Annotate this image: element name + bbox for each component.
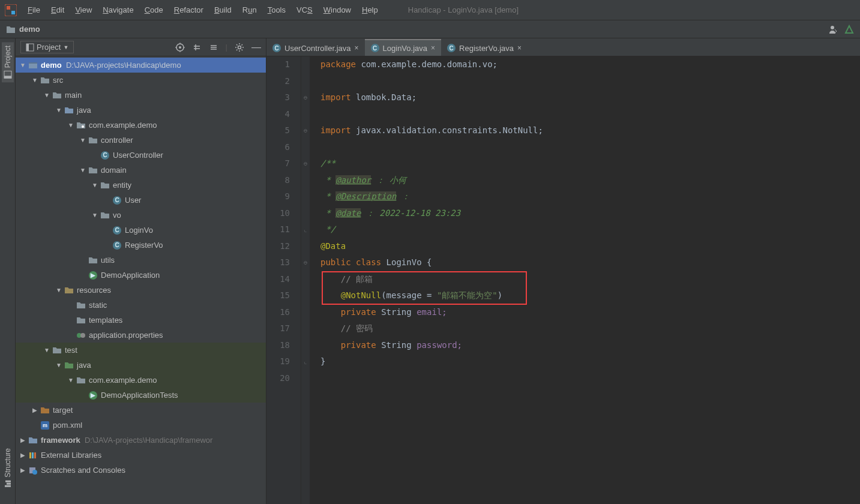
tree-target[interactable]: ▶target [16, 403, 266, 418]
tree-registervo[interactable]: CRegisterVo [16, 238, 266, 253]
menu-window[interactable]: Window [319, 3, 356, 17]
menu-view[interactable]: View [70, 3, 97, 17]
tree-appprops[interactable]: application.properties [16, 328, 266, 343]
annotation-highlight-box [322, 271, 527, 305]
svg-rect-24 [34, 452, 36, 458]
menu-tools[interactable]: Tools [263, 3, 290, 17]
svg-rect-22 [29, 452, 31, 458]
tree-pom[interactable]: mpom.xml [16, 418, 266, 433]
menu-file[interactable]: File [23, 3, 45, 17]
editor-body[interactable]: 1234567891011121314151617181920 ⊖⊖⊖⌞⊖⌞ p… [266, 56, 860, 504]
collapse-all-icon[interactable] [209, 43, 218, 52]
tree-controller[interactable]: ▼controller [16, 133, 266, 148]
tree-static[interactable]: static [16, 298, 266, 313]
tree-templates[interactable]: templates [16, 313, 266, 328]
tree-project-root[interactable]: ▼ demo D:\JAVA-projects\Handicap\demo [16, 58, 266, 73]
menu-edit[interactable]: Edit [46, 3, 69, 17]
menu-vcs[interactable]: VCS [292, 3, 317, 17]
tree-demoapp[interactable]: ▶DemoApplication [16, 268, 266, 283]
svg-point-19 [82, 125, 84, 128]
tree-test-java[interactable]: ▼java [16, 358, 266, 373]
tree-loginvo[interactable]: CLoginVo [16, 223, 266, 238]
menu-run[interactable]: Run [238, 3, 262, 17]
project-tool-tab[interactable]: Project [2, 42, 14, 82]
build-icon[interactable] [844, 25, 854, 34]
tree-java[interactable]: ▼java [16, 103, 266, 118]
tree-test[interactable]: ▼test [16, 343, 266, 358]
tool-window-bar-left: Project Structure [0, 38, 16, 504]
svg-rect-2 [11, 11, 15, 14]
tree-entity[interactable]: ▼entity [16, 178, 266, 193]
tree-main[interactable]: ▼main [16, 88, 266, 103]
svg-rect-5 [4, 76, 11, 78]
hide-panel-icon[interactable]: — [251, 42, 261, 53]
svg-rect-7 [7, 483, 11, 485]
project-view-selector[interactable]: Project ▼ [20, 41, 74, 53]
tree-utils[interactable]: utils [16, 253, 266, 268]
menu-build[interactable]: Build [209, 3, 236, 17]
window-title: Handicap - LoginVo.java [demo] [408, 5, 519, 14]
project-panel-header: Project ▼ | — [16, 38, 266, 56]
svg-point-17 [238, 46, 241, 49]
folder-icon [6, 25, 16, 34]
menu-navigate[interactable]: Navigate [98, 3, 138, 17]
fold-gutter[interactable]: ⊖⊖⊖⌞⊖⌞ [301, 56, 310, 504]
svg-point-12 [179, 46, 181, 49]
svg-point-3 [831, 26, 834, 29]
close-icon[interactable]: × [517, 44, 522, 52]
structure-tool-tab[interactable]: Structure [2, 445, 14, 492]
editor: CUserController.java× CLoginVo.java× CRe… [266, 38, 860, 504]
tree-package[interactable]: ▼com.example.demo [16, 118, 266, 133]
locate-icon[interactable] [175, 43, 185, 52]
editor-tab-usercontroller[interactable]: CUserController.java× [266, 39, 365, 56]
app-logo-icon [5, 4, 17, 16]
svg-point-26 [32, 470, 37, 475]
line-number-gutter: 1234567891011121314151617181920 [266, 56, 301, 504]
expand-all-icon[interactable] [192, 43, 202, 52]
editor-tab-registervo[interactable]: CRegisterVo.java× [441, 39, 528, 56]
menu-refactor[interactable]: Refactor [169, 3, 208, 17]
editor-tab-bar: CUserController.java× CLoginVo.java× CRe… [266, 38, 860, 56]
editor-tab-loginvo[interactable]: CLoginVo.java× [365, 39, 441, 56]
close-icon[interactable]: × [355, 44, 359, 52]
code-area[interactable]: package com.example.demo.domain.vo; impo… [310, 56, 860, 504]
svg-rect-18 [29, 62, 37, 64]
svg-rect-6 [5, 485, 11, 487]
breadcrumb-root[interactable]: demo [19, 25, 40, 34]
settings-icon[interactable] [235, 43, 244, 52]
menu-code[interactable]: Code [140, 3, 168, 17]
tree-usercontroller[interactable]: CUserController [16, 148, 266, 163]
tree-src[interactable]: ▼src [16, 73, 266, 88]
project-tree[interactable]: ▼ demo D:\JAVA-projects\Handicap\demo ▼s… [16, 56, 266, 504]
tree-user[interactable]: CUser [16, 193, 266, 208]
menu-bar: File Edit View Navigate Code Refactor Bu… [0, 0, 860, 20]
tree-test-pkg[interactable]: ▼com.example.demo [16, 373, 266, 388]
menu-help[interactable]: Help [357, 3, 383, 17]
tree-framework[interactable]: ▶framework D:\JAVA-projects\Handicap\fra… [16, 433, 266, 448]
svg-rect-8 [5, 481, 11, 482]
svg-rect-10 [26, 44, 29, 51]
tree-domain[interactable]: ▼domain [16, 163, 266, 178]
project-tool-window: Project ▼ | — ▼ demo D:\JAVA-projects\Ha… [16, 38, 266, 504]
svg-rect-1 [7, 6, 10, 10]
tree-external-libraries[interactable]: ▶External Libraries [16, 448, 266, 463]
tree-vo[interactable]: ▼vo [16, 208, 266, 223]
svg-rect-23 [32, 452, 34, 458]
user-icon[interactable] [829, 25, 838, 34]
svg-point-21 [80, 333, 85, 338]
tree-scratches[interactable]: ▶Scratches and Consoles [16, 463, 266, 478]
close-icon[interactable]: × [431, 44, 435, 52]
tree-resources[interactable]: ▼resources [16, 283, 266, 298]
navigation-bar: demo [0, 20, 860, 38]
tree-demotests[interactable]: ▶DemoApplicationTests [16, 388, 266, 403]
